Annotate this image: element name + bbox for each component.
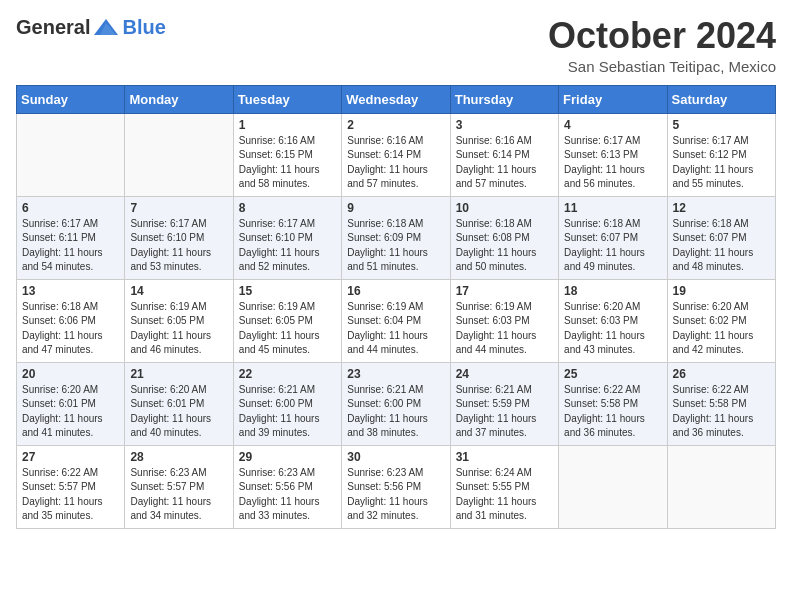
day-number: 22 [239, 367, 336, 381]
day-number: 3 [456, 118, 553, 132]
day-number: 26 [673, 367, 770, 381]
calendar-cell: 25Sunrise: 6:22 AM Sunset: 5:58 PM Dayli… [559, 362, 667, 445]
header-saturday: Saturday [667, 85, 775, 113]
day-number: 4 [564, 118, 661, 132]
calendar-cell: 27Sunrise: 6:22 AM Sunset: 5:57 PM Dayli… [17, 445, 125, 528]
calendar-cell: 30Sunrise: 6:23 AM Sunset: 5:56 PM Dayli… [342, 445, 450, 528]
calendar-cell: 28Sunrise: 6:23 AM Sunset: 5:57 PM Dayli… [125, 445, 233, 528]
day-number: 10 [456, 201, 553, 215]
calendar-week-row: 13Sunrise: 6:18 AM Sunset: 6:06 PM Dayli… [17, 279, 776, 362]
day-info: Sunrise: 6:17 AM Sunset: 6:11 PM Dayligh… [22, 217, 119, 275]
day-info: Sunrise: 6:17 AM Sunset: 6:13 PM Dayligh… [564, 134, 661, 192]
day-info: Sunrise: 6:17 AM Sunset: 6:12 PM Dayligh… [673, 134, 770, 192]
calendar-cell [667, 445, 775, 528]
day-number: 12 [673, 201, 770, 215]
header: General Blue October 2024 San Sebastian … [16, 16, 776, 75]
calendar-table: Sunday Monday Tuesday Wednesday Thursday… [16, 85, 776, 529]
day-info: Sunrise: 6:18 AM Sunset: 6:07 PM Dayligh… [564, 217, 661, 275]
day-number: 8 [239, 201, 336, 215]
header-wednesday: Wednesday [342, 85, 450, 113]
day-number: 5 [673, 118, 770, 132]
day-info: Sunrise: 6:23 AM Sunset: 5:56 PM Dayligh… [347, 466, 444, 524]
day-number: 27 [22, 450, 119, 464]
calendar-week-row: 6Sunrise: 6:17 AM Sunset: 6:11 PM Daylig… [17, 196, 776, 279]
day-info: Sunrise: 6:18 AM Sunset: 6:06 PM Dayligh… [22, 300, 119, 358]
logo-text: General Blue [16, 16, 166, 39]
calendar-cell [559, 445, 667, 528]
month-title: October 2024 [548, 16, 776, 56]
calendar-week-row: 20Sunrise: 6:20 AM Sunset: 6:01 PM Dayli… [17, 362, 776, 445]
day-number: 15 [239, 284, 336, 298]
day-info: Sunrise: 6:23 AM Sunset: 5:57 PM Dayligh… [130, 466, 227, 524]
calendar-cell: 6Sunrise: 6:17 AM Sunset: 6:11 PM Daylig… [17, 196, 125, 279]
calendar-cell: 13Sunrise: 6:18 AM Sunset: 6:06 PM Dayli… [17, 279, 125, 362]
day-info: Sunrise: 6:21 AM Sunset: 6:00 PM Dayligh… [239, 383, 336, 441]
day-info: Sunrise: 6:18 AM Sunset: 6:07 PM Dayligh… [673, 217, 770, 275]
logo: General Blue [16, 16, 166, 39]
day-number: 24 [456, 367, 553, 381]
header-sunday: Sunday [17, 85, 125, 113]
calendar-header-row: Sunday Monday Tuesday Wednesday Thursday… [17, 85, 776, 113]
day-number: 19 [673, 284, 770, 298]
calendar-cell: 7Sunrise: 6:17 AM Sunset: 6:10 PM Daylig… [125, 196, 233, 279]
calendar-cell: 23Sunrise: 6:21 AM Sunset: 6:00 PM Dayli… [342, 362, 450, 445]
calendar-cell: 26Sunrise: 6:22 AM Sunset: 5:58 PM Dayli… [667, 362, 775, 445]
day-info: Sunrise: 6:18 AM Sunset: 6:08 PM Dayligh… [456, 217, 553, 275]
calendar-cell: 2Sunrise: 6:16 AM Sunset: 6:14 PM Daylig… [342, 113, 450, 196]
day-info: Sunrise: 6:18 AM Sunset: 6:09 PM Dayligh… [347, 217, 444, 275]
day-number: 16 [347, 284, 444, 298]
day-number: 18 [564, 284, 661, 298]
day-number: 1 [239, 118, 336, 132]
header-tuesday: Tuesday [233, 85, 341, 113]
logo-icon [92, 17, 120, 39]
day-number: 7 [130, 201, 227, 215]
day-number: 13 [22, 284, 119, 298]
title-section: October 2024 San Sebastian Teitipac, Mex… [548, 16, 776, 75]
day-info: Sunrise: 6:22 AM Sunset: 5:58 PM Dayligh… [673, 383, 770, 441]
calendar-week-row: 27Sunrise: 6:22 AM Sunset: 5:57 PM Dayli… [17, 445, 776, 528]
day-number: 20 [22, 367, 119, 381]
calendar-cell: 1Sunrise: 6:16 AM Sunset: 6:15 PM Daylig… [233, 113, 341, 196]
location-title: San Sebastian Teitipac, Mexico [548, 58, 776, 75]
day-number: 25 [564, 367, 661, 381]
day-info: Sunrise: 6:24 AM Sunset: 5:55 PM Dayligh… [456, 466, 553, 524]
day-number: 28 [130, 450, 227, 464]
day-number: 23 [347, 367, 444, 381]
calendar-cell: 17Sunrise: 6:19 AM Sunset: 6:03 PM Dayli… [450, 279, 558, 362]
header-friday: Friday [559, 85, 667, 113]
calendar-cell: 24Sunrise: 6:21 AM Sunset: 5:59 PM Dayli… [450, 362, 558, 445]
day-info: Sunrise: 6:22 AM Sunset: 5:57 PM Dayligh… [22, 466, 119, 524]
calendar-cell: 18Sunrise: 6:20 AM Sunset: 6:03 PM Dayli… [559, 279, 667, 362]
page-container: General Blue October 2024 San Sebastian … [0, 0, 792, 537]
day-info: Sunrise: 6:17 AM Sunset: 6:10 PM Dayligh… [239, 217, 336, 275]
day-info: Sunrise: 6:20 AM Sunset: 6:01 PM Dayligh… [130, 383, 227, 441]
day-info: Sunrise: 6:16 AM Sunset: 6:14 PM Dayligh… [456, 134, 553, 192]
calendar-cell: 5Sunrise: 6:17 AM Sunset: 6:12 PM Daylig… [667, 113, 775, 196]
day-info: Sunrise: 6:23 AM Sunset: 5:56 PM Dayligh… [239, 466, 336, 524]
calendar-cell: 31Sunrise: 6:24 AM Sunset: 5:55 PM Dayli… [450, 445, 558, 528]
day-info: Sunrise: 6:21 AM Sunset: 6:00 PM Dayligh… [347, 383, 444, 441]
calendar-cell: 20Sunrise: 6:20 AM Sunset: 6:01 PM Dayli… [17, 362, 125, 445]
day-number: 21 [130, 367, 227, 381]
calendar-cell [125, 113, 233, 196]
day-number: 29 [239, 450, 336, 464]
calendar-week-row: 1Sunrise: 6:16 AM Sunset: 6:15 PM Daylig… [17, 113, 776, 196]
day-info: Sunrise: 6:17 AM Sunset: 6:10 PM Dayligh… [130, 217, 227, 275]
calendar-cell: 19Sunrise: 6:20 AM Sunset: 6:02 PM Dayli… [667, 279, 775, 362]
day-number: 11 [564, 201, 661, 215]
day-number: 30 [347, 450, 444, 464]
calendar-cell: 8Sunrise: 6:17 AM Sunset: 6:10 PM Daylig… [233, 196, 341, 279]
calendar-cell: 22Sunrise: 6:21 AM Sunset: 6:00 PM Dayli… [233, 362, 341, 445]
day-info: Sunrise: 6:20 AM Sunset: 6:02 PM Dayligh… [673, 300, 770, 358]
day-info: Sunrise: 6:21 AM Sunset: 5:59 PM Dayligh… [456, 383, 553, 441]
day-number: 2 [347, 118, 444, 132]
day-info: Sunrise: 6:22 AM Sunset: 5:58 PM Dayligh… [564, 383, 661, 441]
calendar-cell: 9Sunrise: 6:18 AM Sunset: 6:09 PM Daylig… [342, 196, 450, 279]
calendar-cell: 15Sunrise: 6:19 AM Sunset: 6:05 PM Dayli… [233, 279, 341, 362]
day-number: 31 [456, 450, 553, 464]
day-number: 14 [130, 284, 227, 298]
day-info: Sunrise: 6:19 AM Sunset: 6:03 PM Dayligh… [456, 300, 553, 358]
day-number: 9 [347, 201, 444, 215]
day-info: Sunrise: 6:16 AM Sunset: 6:14 PM Dayligh… [347, 134, 444, 192]
calendar-cell: 4Sunrise: 6:17 AM Sunset: 6:13 PM Daylig… [559, 113, 667, 196]
